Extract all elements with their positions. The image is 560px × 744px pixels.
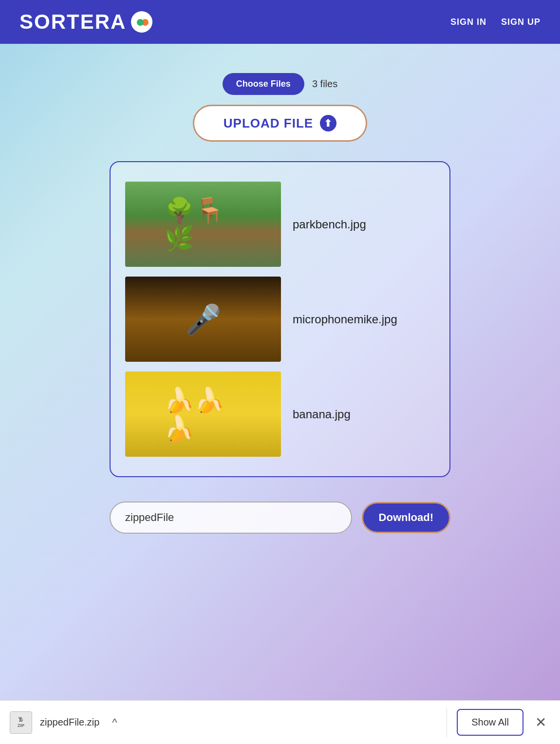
logo-icon-inner (133, 13, 150, 31)
zip-icon-symbol: 🗜 (19, 717, 23, 722)
main-content: Choose Files 3 files UPLOAD FILE ⬆ parkb… (0, 44, 560, 744)
header: SORTERA SIGN IN SIGN UP (0, 0, 560, 44)
download-button[interactable]: Download! (362, 502, 450, 533)
download-bar: 🗜 ZIP zippedFile.zip ^ Show All ✕ (0, 700, 560, 744)
zip-file-icon: 🗜 ZIP (10, 711, 32, 734)
sign-in-link[interactable]: SIGN IN (450, 17, 486, 27)
upload-icon: ⬆ (320, 115, 336, 131)
logo-area: SORTERA (19, 10, 152, 34)
upload-file-button[interactable]: UPLOAD FILE ⬆ (193, 105, 367, 142)
zip-type-label: ZIP (18, 723, 24, 728)
choose-files-row: Choose Files 3 files (223, 73, 337, 95)
choose-files-button[interactable]: Choose Files (223, 73, 304, 95)
nav-links: SIGN IN SIGN UP (450, 17, 541, 27)
upload-arrow-icon: ⬆ (324, 117, 333, 129)
file-item: banana.jpg (125, 367, 435, 462)
expand-icon: ^ (112, 716, 117, 728)
upload-button-label: UPLOAD FILE (224, 116, 313, 131)
expand-button[interactable]: ^ (107, 714, 122, 731)
thumbnail-banana (125, 372, 281, 457)
download-bar-filename: zippedFile.zip (40, 717, 99, 728)
sign-up-link[interactable]: SIGN UP (501, 17, 541, 27)
file-preview-box: parkbench.jpg microphonemike.jpg banana.… (110, 161, 450, 477)
logo-text: SORTERA (19, 10, 126, 34)
download-bar-left: 🗜 ZIP zippedFile.zip ^ (10, 711, 437, 734)
upload-section: Choose Files 3 files UPLOAD FILE ⬆ (193, 73, 367, 142)
thumbnail-microphone (125, 277, 281, 362)
download-section: Download! (110, 502, 450, 534)
files-count-label: 3 files (312, 78, 337, 90)
thumbnail-parkbench (125, 182, 281, 267)
divider (447, 708, 447, 737)
file-name-parkbench: parkbench.jpg (293, 218, 366, 231)
logo-icon (131, 11, 152, 33)
close-bar-button[interactable]: ✕ (531, 712, 550, 732)
file-name-microphone: microphonemike.jpg (293, 313, 397, 326)
show-all-button[interactable]: Show All (457, 709, 523, 736)
file-item: parkbench.jpg (125, 177, 435, 272)
file-name-banana: banana.jpg (293, 408, 351, 421)
zip-name-input[interactable] (110, 502, 352, 534)
file-item: microphonemike.jpg (125, 272, 435, 367)
